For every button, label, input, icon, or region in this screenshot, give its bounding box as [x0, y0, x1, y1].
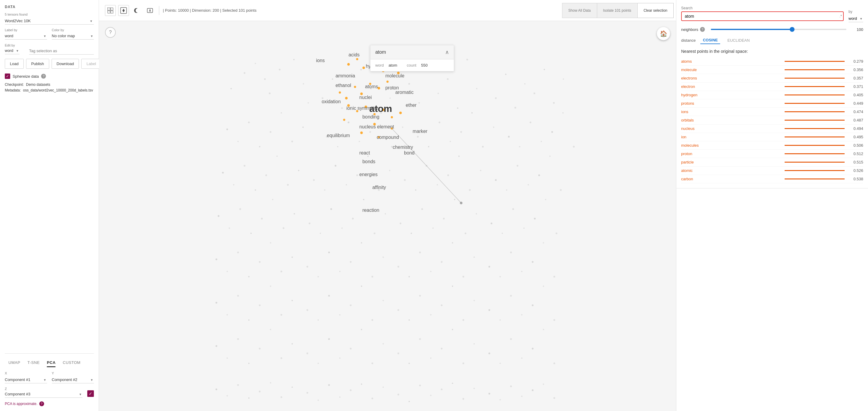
svg-point-172: [307, 309, 308, 311]
neighbors-help-icon[interactable]: ?: [700, 27, 705, 32]
nearest-point-name[interactable]: proton: [681, 151, 781, 156]
svg-point-216: [452, 329, 453, 330]
label-by-group: Label by word ▼: [5, 28, 47, 39]
distance-cosine[interactable]: COSINE: [700, 37, 720, 44]
nearest-point-name[interactable]: atomic: [681, 168, 781, 173]
nearest-point-name[interactable]: particle: [681, 160, 781, 165]
nearest-point-name[interactable]: carbon: [681, 177, 781, 181]
pca-note: PCA is approximate. ?: [5, 402, 94, 406]
z-checkbox[interactable]: ✓: [87, 390, 94, 397]
nearest-point-name[interactable]: orbitals: [681, 118, 781, 122]
y-component-select[interactable]: Component #2: [52, 376, 94, 383]
nearest-point-name[interactable]: molecule: [681, 67, 781, 72]
x-select-wrap[interactable]: Component #1 ▼: [5, 376, 47, 383]
publish-button[interactable]: Publish: [26, 59, 49, 69]
tab-umap[interactable]: UMAP: [5, 358, 24, 366]
nearest-point-name[interactable]: electron: [681, 84, 781, 89]
nearest-point-bar: [785, 78, 845, 79]
svg-point-257: [347, 63, 350, 66]
svg-point-69: [562, 112, 564, 113]
color-by-select-wrap[interactable]: No color map ▼: [52, 32, 94, 39]
sphereize-checkbox[interactable]: ✓: [5, 74, 10, 79]
tab-pca[interactable]: PCA: [43, 358, 59, 366]
svg-point-37: [544, 69, 545, 70]
by-select-wrap[interactable]: word ▼: [848, 15, 863, 22]
svg-point-27: [438, 93, 439, 94]
nearest-point-name[interactable]: atoms: [681, 59, 781, 64]
label-by-select-wrap[interactable]: word ▼: [5, 32, 47, 39]
help-button[interactable]: ?: [105, 27, 116, 38]
svg-point-159: [510, 252, 512, 253]
show-all-button[interactable]: Show All Data: [562, 3, 597, 18]
distance-row: distance COSINE EUCLIDEAN: [681, 37, 863, 44]
edit-by-select-wrap[interactable]: word ▼: [5, 47, 20, 54]
svg-point-230: [259, 390, 261, 392]
svg-point-106: [261, 218, 263, 219]
label-button[interactable]: Label: [81, 59, 101, 69]
svg-point-113: [341, 227, 343, 229]
nearest-point-name[interactable]: ions: [681, 110, 781, 114]
word-label-bond: bond: [404, 150, 414, 155]
svg-point-264: [386, 81, 389, 83]
svg-point-63: [493, 126, 494, 128]
svg-point-104: [239, 208, 241, 210]
label-icon[interactable]: A: [145, 5, 155, 16]
x-chevron: ▼: [43, 378, 46, 382]
nearest-point-bar: [785, 145, 845, 146]
svg-point-84: [367, 156, 369, 157]
atom-panel-close-icon[interactable]: ∧: [445, 49, 449, 56]
word-label-reaction: reaction: [362, 208, 379, 213]
svg-point-14: [269, 92, 271, 94]
svg-point-196: [226, 358, 228, 359]
nearest-point-name[interactable]: electrons: [681, 76, 781, 80]
crescent-icon[interactable]: [131, 5, 142, 16]
home-button[interactable]: 🏠: [657, 27, 670, 40]
z-component-select[interactable]: Component #3: [5, 390, 83, 398]
tag-selection-input[interactable]: [29, 48, 94, 55]
svg-point-73: [244, 165, 245, 167]
svg-point-44: [270, 131, 272, 133]
tensor-select-wrapper[interactable]: Word2Vec 10K ▼: [5, 18, 94, 25]
tab-tsne[interactable]: T-SNE: [24, 358, 43, 366]
svg-point-252: [510, 385, 512, 387]
svg-point-162: [543, 242, 544, 243]
label-by-select[interactable]: word: [5, 32, 47, 39]
svg-point-56: [417, 136, 419, 138]
svg-point-32: [495, 97, 497, 99]
y-select-wrap[interactable]: Component #2 ▼: [52, 376, 94, 383]
nearest-point-name[interactable]: hydrogen: [681, 93, 781, 97]
slider-thumb[interactable]: [790, 27, 795, 32]
point-cloud-visualization[interactable]: ions acids hydrogen helium ammonia molec…: [99, 21, 676, 411]
slider-wrap[interactable]: [708, 29, 849, 30]
z-select-wrap[interactable]: Component #3 ▼: [5, 390, 83, 398]
nearest-point-value: 0.515: [848, 160, 863, 165]
nearest-point-name[interactable]: nucleus: [681, 126, 781, 131]
svg-point-30: [466, 59, 468, 61]
night-mode-icon[interactable]: [118, 5, 129, 16]
svg-point-222: [521, 358, 523, 359]
tab-custom[interactable]: CUSTOM: [59, 358, 84, 366]
selection-icon[interactable]: [105, 5, 116, 16]
isolate-button[interactable]: Isolate 101 points: [597, 3, 638, 18]
sphereize-help-icon[interactable]: ?: [41, 74, 46, 79]
svg-point-234: [307, 392, 308, 393]
nearest-point-value: 0.449: [848, 101, 863, 106]
color-by-select[interactable]: No color map: [52, 32, 94, 39]
svg-point-107: [272, 199, 273, 200]
load-button[interactable]: Load: [5, 59, 24, 69]
nearest-point-bar: [785, 120, 845, 121]
svg-point-118: [400, 223, 401, 225]
x-component-select[interactable]: Component #1: [5, 376, 47, 383]
distance-euclidean[interactable]: EUCLIDEAN: [725, 37, 752, 44]
tensor-select[interactable]: Word2Vec 10K: [5, 18, 94, 25]
nearest-point-name[interactable]: molecules: [681, 143, 781, 148]
svg-point-120: [422, 208, 423, 210]
nearest-point-name[interactable]: protons: [681, 101, 781, 106]
clear-selection-button[interactable]: Clear selection: [638, 3, 674, 18]
regex-button[interactable]: .*: [839, 14, 842, 18]
svg-point-25: [418, 102, 420, 104]
pca-help-icon[interactable]: ?: [39, 402, 44, 406]
search-input[interactable]: [685, 14, 834, 19]
nearest-point-name[interactable]: ion: [681, 135, 781, 139]
download-button[interactable]: Download: [52, 59, 79, 69]
